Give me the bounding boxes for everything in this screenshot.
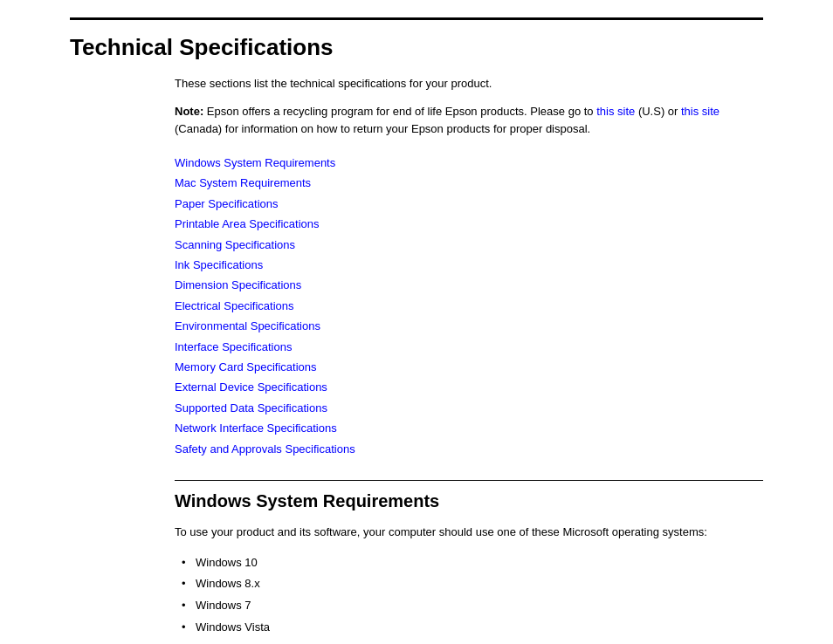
- toc-item: Network Interface Specifications: [175, 418, 763, 438]
- toc-item: Mac System Requirements: [175, 173, 763, 193]
- note-label: Note:: [175, 105, 203, 118]
- toc-link[interactable]: Paper Specifications: [175, 197, 279, 210]
- toc-item: Paper Specifications: [175, 194, 763, 214]
- note-end-text: (Canada) for information on how to retur…: [175, 122, 590, 135]
- toc-link[interactable]: Mac System Requirements: [175, 176, 311, 189]
- list-item: Windows XP Professional x64 Edition: [182, 639, 763, 645]
- toc-link[interactable]: Supported Data Specifications: [175, 401, 327, 414]
- this-site-link-1[interactable]: this site: [596, 105, 635, 118]
- note-mid-text: (U.S) or: [635, 105, 681, 118]
- section-rule: [175, 480, 763, 481]
- toc-link[interactable]: Scanning Specifications: [175, 238, 295, 251]
- list-item: Windows 7: [182, 595, 763, 617]
- page-title: Technical Specifications: [70, 34, 763, 61]
- toc-link[interactable]: Windows System Requirements: [175, 156, 335, 169]
- toc-link[interactable]: External Device Specifications: [175, 380, 327, 394]
- toc-item: External Device Specifications: [175, 377, 763, 397]
- toc-link[interactable]: Network Interface Specifications: [175, 421, 337, 435]
- this-site-link-2[interactable]: this site: [681, 105, 719, 118]
- toc-item: Windows System Requirements: [175, 153, 763, 173]
- list-item: Windows Vista: [182, 617, 763, 639]
- toc-item: Environmental Specifications: [175, 316, 763, 336]
- toc-link[interactable]: Dimension Specifications: [175, 278, 301, 291]
- main-content: These sections list the technical specif…: [175, 75, 763, 644]
- toc-link[interactable]: Environmental Specifications: [175, 319, 320, 332]
- note-text: Epson offers a recycling program for end…: [203, 105, 596, 118]
- toc-item: Interface Specifications: [175, 337, 763, 357]
- toc-link[interactable]: Safety and Approvals Specifications: [175, 442, 355, 456]
- toc-link[interactable]: Ink Specifications: [175, 258, 263, 271]
- top-rule: [70, 17, 763, 20]
- intro-text: These sections list the technical specif…: [175, 75, 763, 92]
- toc-link[interactable]: Electrical Specifications: [175, 299, 294, 312]
- toc-item: Electrical Specifications: [175, 296, 763, 316]
- page-container: Technical Specifications These sections …: [0, 17, 833, 644]
- toc-item: Memory Card Specifications: [175, 357, 763, 377]
- windows-intro: To use your product and its software, yo…: [175, 524, 763, 542]
- toc-item: Safety and Approvals Specifications: [175, 439, 763, 459]
- note-block: Note: Epson offers a recycling program f…: [175, 103, 763, 140]
- toc-item: Ink Specifications: [175, 255, 763, 275]
- toc-item: Dimension Specifications: [175, 275, 763, 295]
- windows-section-title: Windows System Requirements: [175, 491, 763, 511]
- toc-item: Printable Area Specifications: [175, 214, 763, 234]
- toc-link[interactable]: Interface Specifications: [175, 340, 292, 353]
- toc-item: Supported Data Specifications: [175, 398, 763, 418]
- list-item: Windows 10: [182, 552, 763, 574]
- toc-link[interactable]: Memory Card Specifications: [175, 360, 317, 373]
- toc-item: Scanning Specifications: [175, 235, 763, 255]
- toc-list: Windows System RequirementsMac System Re…: [175, 153, 763, 459]
- toc-link[interactable]: Printable Area Specifications: [175, 217, 319, 230]
- windows-list: Windows 10Windows 8.xWindows 7Windows Vi…: [182, 552, 763, 644]
- windows-section: Windows System Requirements To use your …: [175, 491, 763, 644]
- list-item: Windows 8.x: [182, 573, 763, 595]
